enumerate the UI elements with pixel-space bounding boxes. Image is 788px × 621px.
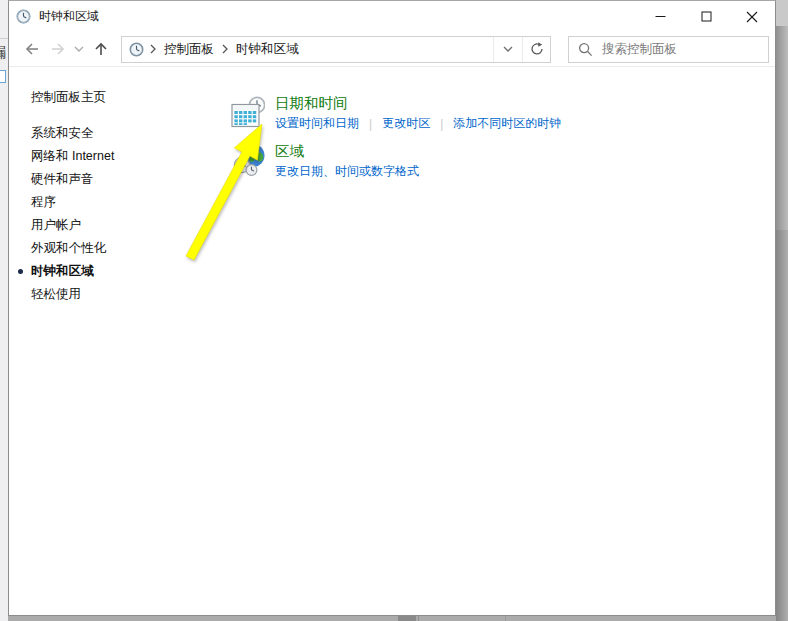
minimize-button[interactable] bbox=[637, 1, 683, 32]
title-bar: 时钟和区域 bbox=[9, 1, 775, 32]
sidebar-item-system-security[interactable]: 系统和安全 bbox=[31, 122, 94, 145]
link-add-clocks[interactable]: 添加不同时区的时钟 bbox=[453, 115, 561, 132]
maximize-button[interactable] bbox=[683, 1, 729, 32]
active-bullet-icon bbox=[18, 269, 23, 274]
divider bbox=[0, 38, 8, 39]
content-area: 控制面板主页 系统和安全 网络和 Internet 硬件和声音 程序 用户帐户 … bbox=[9, 67, 775, 615]
sidebar-item-programs[interactable]: 程序 bbox=[31, 191, 56, 214]
category-title-date-time[interactable]: 日期和时间 bbox=[275, 94, 348, 113]
forward-button[interactable] bbox=[45, 35, 71, 63]
control-panel-window: 时钟和区域 bbox=[8, 0, 776, 616]
background-icon-fragment bbox=[0, 70, 6, 83]
breadcrumb-chevron-icon[interactable] bbox=[150, 44, 156, 54]
sidebar-item-home[interactable]: 控制面板主页 bbox=[31, 86, 106, 109]
background-bottom-strip bbox=[8, 616, 776, 621]
window-title: 时钟和区域 bbox=[39, 8, 99, 25]
search-input[interactable] bbox=[602, 42, 752, 56]
search-icon bbox=[578, 42, 593, 57]
sidebar-item-clock-region[interactable]: 时钟和区域 bbox=[31, 260, 94, 283]
breadcrumb-chevron-icon[interactable] bbox=[222, 44, 228, 54]
main-panel: 日期和时间 设置时间和日期 | 更改时区 | 添加不同时区的时钟 bbox=[214, 67, 775, 615]
background-window-left-strip: 漏 bbox=[0, 0, 8, 621]
link-set-time-date[interactable]: 设置时间和日期 bbox=[275, 115, 359, 132]
close-button[interactable] bbox=[729, 1, 775, 32]
breadcrumb-clock-region[interactable]: 时钟和区域 bbox=[234, 37, 301, 62]
clock-region-icon bbox=[16, 9, 31, 24]
link-change-formats[interactable]: 更改日期、时间或数字格式 bbox=[275, 163, 419, 180]
sidebar-item-network-internet[interactable]: 网络和 Internet bbox=[31, 145, 114, 168]
background-text-fragment: 漏 bbox=[0, 44, 6, 62]
category-title-region[interactable]: 区域 bbox=[275, 142, 304, 161]
navigation-bar: 控制面板 时钟和区域 bbox=[9, 32, 775, 67]
sidebar-item-ease-of-access[interactable]: 轻松使用 bbox=[31, 283, 81, 306]
divider bbox=[505, 616, 506, 621]
search-box[interactable] bbox=[568, 36, 769, 63]
date-time-icon[interactable] bbox=[231, 96, 265, 130]
sidebar-item-appearance[interactable]: 外观和个性化 bbox=[31, 237, 106, 260]
address-bar[interactable]: 控制面板 时钟和区域 bbox=[121, 36, 551, 63]
region-icon[interactable] bbox=[233, 143, 267, 177]
background-tile bbox=[398, 616, 416, 621]
sidebar-item-label: 时钟和区域 bbox=[31, 264, 94, 278]
address-dropdown-chevron-icon[interactable] bbox=[493, 37, 522, 62]
recent-pages-chevron-icon[interactable] bbox=[71, 35, 87, 63]
refresh-icon[interactable] bbox=[522, 37, 550, 62]
divider bbox=[418, 616, 419, 621]
window-controls bbox=[637, 1, 775, 32]
sidebar-item-hardware-sound[interactable]: 硬件和声音 bbox=[31, 168, 94, 191]
breadcrumb-control-panel[interactable]: 控制面板 bbox=[162, 37, 216, 62]
background-right-strip-top bbox=[776, 0, 788, 26]
back-button[interactable] bbox=[19, 35, 45, 63]
link-separator: | bbox=[369, 117, 372, 131]
sidebar-item-user-accounts[interactable]: 用户帐户 bbox=[31, 214, 81, 237]
sidebar: 控制面板主页 系统和安全 网络和 Internet 硬件和声音 程序 用户帐户 … bbox=[9, 67, 214, 615]
date-time-task-links: 设置时间和日期 | 更改时区 | 添加不同时区的时钟 bbox=[275, 115, 561, 132]
region-task-links: 更改日期、时间或数字格式 bbox=[275, 163, 419, 180]
background-right-strip-lower bbox=[776, 230, 788, 621]
clock-region-icon bbox=[129, 42, 144, 57]
up-button[interactable] bbox=[87, 35, 115, 63]
link-separator: | bbox=[440, 117, 443, 131]
link-change-timezone[interactable]: 更改时区 bbox=[382, 115, 430, 132]
